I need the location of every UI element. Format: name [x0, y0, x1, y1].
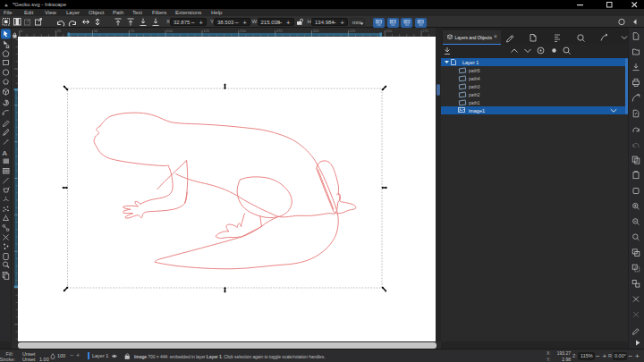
svg-text:50: 50 — [94, 29, 98, 33]
svg-text:A: A — [3, 149, 8, 157]
svg-text:200: 200 — [313, 29, 319, 33]
svg-text:125: 125 — [203, 29, 209, 33]
svg-text:75: 75 — [131, 29, 135, 33]
svg-text:150: 150 — [240, 29, 246, 33]
svg-text:25: 25 — [57, 29, 62, 33]
svg-text:175: 175 — [276, 29, 283, 33]
svg-text:275: 275 — [422, 29, 428, 33]
svg-text:100: 100 — [166, 29, 173, 33]
svg-text:250: 250 — [386, 29, 393, 33]
svg-text:225: 225 — [350, 29, 356, 33]
svg-text:0: 0 — [21, 29, 23, 33]
